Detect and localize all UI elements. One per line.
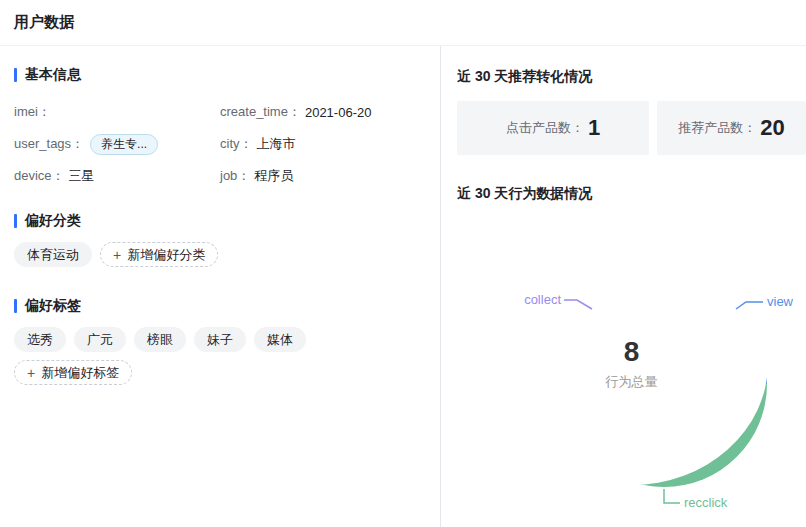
- conversion-stats-row: 点击产品数： 1 推荐产品数： 20: [457, 101, 806, 155]
- page-header: 用户数据: [0, 0, 806, 46]
- behavior-donut-chart: 8 行为总量 collect view recclick: [457, 203, 806, 523]
- user-data-page: 用户数据 基本信息 imei： create_time： 2021-06-20 …: [0, 0, 806, 527]
- collect-segment-label: collect: [487, 291, 561, 309]
- conversion-heading: 近 30 天推荐转化情况: [457, 68, 806, 86]
- field-device-label: device：: [14, 167, 65, 185]
- stat-clicked-label: 点击产品数：: [506, 119, 584, 137]
- field-create-time: create_time： 2021-06-20: [220, 100, 426, 124]
- add-preference-category-button[interactable]: + 新增偏好分类: [100, 242, 218, 267]
- stat-card-clicked-products: 点击产品数： 1: [457, 101, 649, 155]
- add-preference-tag-label: 新增偏好标签: [41, 364, 119, 382]
- basic-info-section-header: 基本信息: [14, 66, 426, 84]
- preference-tag-chip: 妹子: [194, 327, 246, 352]
- preference-tag-chip: 广元: [74, 327, 126, 352]
- field-user-tags-label: user_tags：: [14, 135, 84, 153]
- collect-leader-line: [564, 300, 592, 309]
- section-accent-bar: [14, 68, 17, 82]
- page-title: 用户数据: [14, 13, 74, 32]
- field-city-value: 上海市: [257, 135, 296, 153]
- preference-tag-chip: 媒体: [254, 327, 306, 352]
- preference-tags-tag-row: 选秀 广元 榜眼 妹子 媒体 + 新增偏好标签: [14, 327, 426, 385]
- preference-category-title: 偏好分类: [25, 212, 81, 230]
- preference-tag-chip: 榜眼: [134, 327, 186, 352]
- field-job-label: job：: [220, 167, 250, 185]
- stat-recommended-value: 20: [760, 115, 784, 141]
- field-device: device： 三星: [14, 164, 220, 188]
- recclick-segment-label: recclick: [684, 494, 727, 512]
- donut-leader-lines: [457, 203, 805, 523]
- add-preference-category-label: 新增偏好分类: [127, 246, 205, 264]
- field-imei: imei：: [14, 100, 220, 124]
- preference-category-section-header: 偏好分类: [14, 212, 426, 230]
- left-panel: 基本信息 imei： create_time： 2021-06-20 user_…: [0, 46, 441, 527]
- preference-tags-title: 偏好标签: [25, 297, 81, 315]
- basic-info-grid: imei： create_time： 2021-06-20 user_tags：…: [14, 100, 426, 188]
- field-imei-label: imei：: [14, 103, 51, 121]
- behavior-heading: 近 30 天行为数据情况: [457, 185, 806, 203]
- field-user-tags: user_tags： 养生专...: [14, 132, 220, 156]
- add-preference-tag-button[interactable]: + 新增偏好标签: [14, 360, 132, 385]
- field-create-time-label: create_time：: [220, 103, 301, 121]
- recclick-leader-line: [664, 489, 680, 503]
- stat-recommended-label: 推荐产品数：: [678, 119, 756, 137]
- preference-category-tag-row: 体育运动 + 新增偏好分类: [14, 242, 426, 267]
- preference-tag-chip: 选秀: [14, 327, 66, 352]
- section-accent-bar: [14, 214, 17, 228]
- stat-card-recommended-products: 推荐产品数： 20: [657, 101, 806, 155]
- field-job-value: 程序员: [254, 167, 293, 185]
- plus-icon: +: [113, 248, 121, 262]
- field-city-label: city：: [220, 135, 253, 153]
- basic-info-title: 基本信息: [25, 66, 81, 84]
- field-city: city： 上海市: [220, 132, 426, 156]
- view-leader-line: [736, 302, 763, 309]
- section-accent-bar: [14, 299, 17, 313]
- view-segment-label: view: [767, 293, 793, 311]
- user-tag-chip[interactable]: 养生专...: [90, 134, 158, 155]
- preference-tags-section-header: 偏好标签: [14, 297, 426, 315]
- category-tag-chip: 体育运动: [14, 242, 92, 267]
- right-panel: 近 30 天推荐转化情况 点击产品数： 1 推荐产品数： 20 近 30 天行为…: [441, 46, 806, 527]
- field-device-value: 三星: [69, 167, 95, 185]
- field-create-time-value: 2021-06-20: [305, 105, 372, 120]
- plus-icon: +: [27, 366, 35, 380]
- stat-clicked-value: 1: [588, 115, 600, 141]
- field-job: job： 程序员: [220, 164, 426, 188]
